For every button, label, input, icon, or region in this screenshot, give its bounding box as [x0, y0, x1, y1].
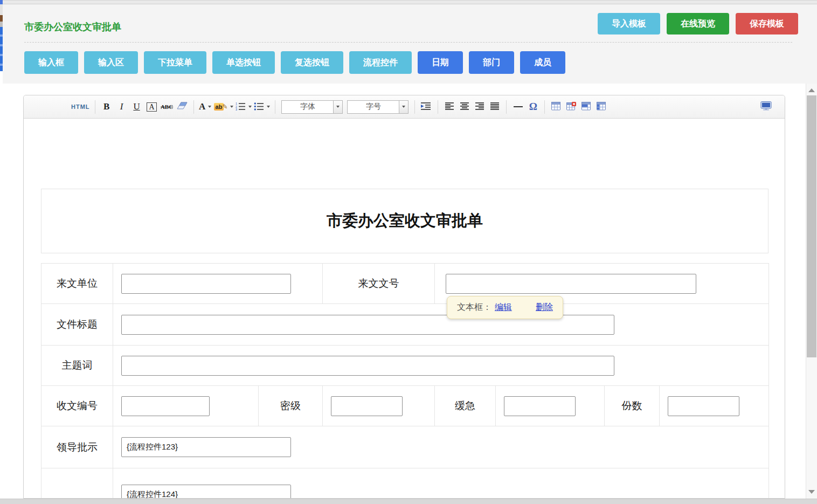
add-radio-button[interactable]: 单选按钮	[212, 51, 275, 74]
editor-canvas[interactable]: 市委办公室收文审批单 来文单位 来文文号 文件标题 主	[24, 119, 785, 499]
chevron-down-icon	[336, 106, 340, 108]
pencil-icon: ✎	[222, 103, 227, 111]
toolbar-separator	[544, 100, 545, 114]
toolbar-separator	[414, 100, 415, 114]
indent-button[interactable]	[419, 99, 434, 115]
add-member-button[interactable]: 成员	[520, 51, 565, 74]
table-row: 收文编号 密级 缓急 份数	[41, 386, 769, 426]
align-justify-button[interactable]	[487, 99, 502, 115]
table-cell-properties-icon	[581, 102, 591, 112]
tooltip-label: 文本框：	[457, 302, 491, 313]
table-row: 领导批示	[41, 426, 769, 468]
chevron-down-icon	[208, 106, 211, 108]
font-size-select[interactable]: 字号	[347, 100, 408, 114]
window-top-edge	[0, 0, 817, 4]
delete-table-button[interactable]	[564, 99, 579, 115]
ordered-list-button[interactable]: 123	[234, 99, 253, 115]
receipt-no-input[interactable]	[121, 396, 210, 416]
strikethrough-button[interactable]: ABC	[160, 99, 175, 115]
bold-button[interactable]: B	[99, 99, 114, 115]
form-title: 市委办公室收文审批单	[327, 210, 483, 232]
chevron-down-icon	[402, 106, 405, 108]
toolbar-separator	[275, 100, 275, 114]
font-family-select[interactable]: 字体	[281, 100, 343, 114]
monitor-icon	[760, 101, 772, 112]
online-preview-button[interactable]: 在线预览	[667, 13, 729, 34]
chevron-down-icon	[248, 106, 252, 108]
header-divider	[24, 42, 792, 43]
source-unit-label: 来文单位	[41, 264, 113, 304]
add-date-button[interactable]: 日期	[418, 51, 463, 74]
source-unit-input[interactable]	[121, 274, 291, 294]
chevron-down-icon	[230, 106, 233, 108]
unordered-list-button[interactable]	[253, 99, 271, 115]
form-title-box: 市委办公室收文审批单	[41, 189, 768, 253]
table-row: 来文单位 来文文号	[41, 264, 769, 304]
scroll-up-arrow-icon[interactable]	[808, 88, 815, 92]
add-textarea-button[interactable]: 输入区	[84, 51, 138, 74]
table-row-properties-icon	[597, 102, 606, 112]
copies-label: 份数	[605, 386, 660, 426]
receipt-no-label: 收文编号	[41, 386, 113, 426]
toolbar-separator	[506, 100, 507, 114]
align-left-button[interactable]	[442, 99, 457, 115]
align-justify-icon	[490, 102, 500, 112]
edit-link[interactable]: 编辑	[495, 302, 512, 313]
add-input-box-button[interactable]: 输入框	[24, 51, 78, 74]
source-html-button[interactable]: HTML	[70, 99, 91, 115]
delete-table-icon	[566, 102, 576, 112]
underline-button[interactable]: U	[129, 99, 144, 115]
copies-input[interactable]	[668, 396, 739, 416]
table-row-properties-button[interactable]	[594, 99, 609, 115]
italic-button[interactable]: I	[114, 99, 129, 115]
editor-toolbar: HTML B I U A ABC A ab✎ 123 字体	[24, 95, 785, 119]
vertical-scrollbar[interactable]	[806, 84, 817, 499]
table-row: 文件标题	[41, 304, 769, 346]
add-department-button[interactable]: 部门	[469, 51, 514, 74]
remove-format-button[interactable]	[175, 99, 190, 115]
svg-text:3: 3	[236, 108, 237, 111]
indent-icon	[421, 102, 432, 112]
ordered-list-icon: 123	[236, 102, 246, 112]
secrecy-input[interactable]	[331, 396, 403, 416]
special-character-button[interactable]: Ω	[525, 99, 541, 115]
table-row: 办公室意	[41, 468, 769, 499]
source-doc-no-input[interactable]	[446, 274, 696, 294]
approval-form-table: 来文单位 来文文号 文件标题 主题词 收文编号 密级	[41, 263, 769, 499]
horizontal-rule-button[interactable]	[510, 99, 525, 115]
page-title: 市委办公室收文审批单	[24, 20, 121, 33]
scrollbar-thumb[interactable]	[807, 95, 816, 357]
screen: 市委办公室收文审批单 导入模板 在线预览 保存模板 输入框 输入区 下拉菜单 单…	[0, 0, 817, 504]
eraser-icon	[177, 102, 188, 112]
rich-text-editor: HTML B I U A ABC A ab✎ 123 字体	[23, 95, 785, 499]
secrecy-label: 密级	[259, 386, 323, 426]
align-center-button[interactable]	[457, 99, 472, 115]
table-row: 主题词	[41, 346, 769, 386]
subject-words-input[interactable]	[121, 356, 614, 376]
align-right-icon	[475, 102, 484, 112]
inline-style-button[interactable]: A	[144, 99, 160, 115]
insert-table-button[interactable]	[549, 99, 564, 115]
maximize-button[interactable]	[759, 99, 774, 115]
horizontal-rule-icon	[514, 106, 523, 107]
scroll-down-arrow-icon[interactable]	[808, 490, 815, 494]
textbox-context-tooltip: 文本框： 编辑 删除	[447, 296, 563, 319]
delete-link[interactable]: 删除	[536, 302, 553, 313]
office-opinion-input[interactable]	[121, 485, 291, 499]
field-buttons: 输入框 输入区 下拉菜单 单选按钮 复选按钮 流程控件 日期 部门 成员	[24, 51, 565, 74]
leader-comments-label: 领导批示	[41, 426, 113, 468]
add-flow-control-button[interactable]: 流程控件	[349, 51, 412, 74]
highlight-color-button[interactable]: ab✎	[213, 99, 235, 115]
table-cell-properties-button[interactable]	[579, 99, 594, 115]
save-template-button[interactable]: 保存模板	[736, 13, 798, 34]
add-dropdown-button[interactable]: 下拉菜单	[144, 51, 206, 74]
urgency-input[interactable]	[504, 396, 576, 416]
import-template-button[interactable]: 导入模板	[598, 13, 660, 34]
leader-comments-input[interactable]	[121, 437, 291, 457]
toolbar-separator	[95, 100, 95, 114]
add-checkbox-button[interactable]: 复选按钮	[281, 51, 343, 74]
align-right-button[interactable]	[472, 99, 487, 115]
urgency-label: 缓急	[435, 386, 496, 426]
font-color-button[interactable]: A	[198, 99, 213, 115]
table-icon	[551, 102, 561, 112]
